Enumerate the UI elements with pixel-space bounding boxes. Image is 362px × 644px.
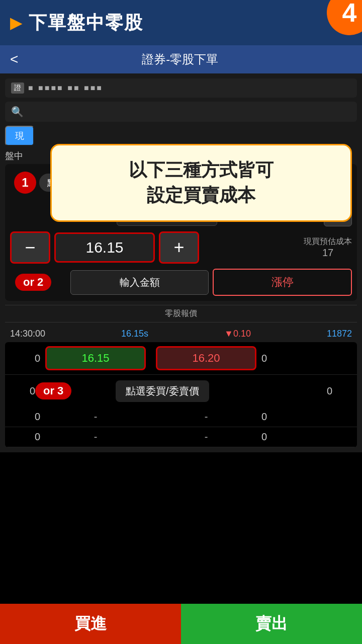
quote-table: 0 16.15 16.20 0 0 or 3 點選委買/委賣價 0 0 - - …	[5, 342, 357, 447]
quote-time: 14:30:00	[10, 329, 45, 339]
ask-dash-2: -	[156, 431, 256, 443]
price-plus-button[interactable]: +	[159, 231, 199, 264]
cert-row: 證 ■ ■■■■ ■■ ■■■	[5, 78, 357, 98]
back-button[interactable]: <	[10, 51, 18, 67]
step-1-badge: 1	[14, 172, 36, 194]
bottom-bar: 買進 賣出	[0, 604, 362, 644]
bid-qty-4: 0	[10, 431, 40, 443]
main-content: 證 ■ ■■■■ ■■ ■■■ 🔍 以下三種方式皆可設定買賣成本 現 盤中 1 …	[0, 73, 362, 452]
sub-header-title: 證券-零股下單	[28, 51, 332, 67]
bid-price-1[interactable]: 16.15	[45, 346, 146, 370]
cert-badge: 證	[11, 83, 24, 94]
cost-info: 現買預估成本 17	[304, 236, 352, 259]
or2-badge: or 2	[15, 274, 51, 291]
or3-description: 點選委買/委賣價	[116, 380, 209, 402]
cost-value: 17	[322, 247, 333, 259]
tab-row: 現	[5, 126, 357, 146]
quote-change: ▼0.10	[224, 329, 251, 339]
bid-qty-1: 0	[10, 353, 40, 364]
quote-row-3: 0 - - 0	[5, 407, 357, 427]
price-row: − + 現買預估成本 17	[10, 231, 352, 264]
tooltip-box: 以下三種方式皆可設定買賣成本	[50, 144, 352, 222]
or3-badge: or 3	[35, 382, 71, 399]
quote-price: 16.15s	[121, 329, 148, 339]
sub-header: < 證券-零股下單	[0, 45, 362, 73]
header-title: 下單盤中零股	[29, 11, 143, 35]
search-row[interactable]: 🔍	[5, 102, 357, 122]
input-amount-button[interactable]: 輸入金額	[70, 270, 209, 295]
bid-qty-3: 0	[10, 411, 40, 423]
quote-divider: 零股報價	[5, 305, 357, 323]
price-input[interactable]	[54, 232, 155, 263]
sell-button[interactable]: 賣出	[181, 604, 362, 644]
buy-button[interactable]: 買進	[0, 604, 181, 644]
tooltip-text: 以下三種方式皆可設定買賣成本	[66, 157, 336, 208]
ask-dash-1: -	[156, 411, 256, 423]
bid-qty-2: 0	[5, 385, 35, 397]
cert-dots: ■ ■■■■ ■■ ■■■	[28, 84, 103, 93]
quote-volume: 11872	[327, 329, 352, 339]
price-minus-button[interactable]: −	[10, 231, 50, 264]
ask-qty-2: 0	[327, 385, 357, 397]
cost-label: 現買預估成本	[304, 236, 352, 247]
ask-qty-3: 0	[261, 411, 292, 423]
quote-row-4: 0 - - 0	[5, 427, 357, 447]
step-badge-header: 4	[327, 0, 362, 35]
search-icon: 🔍	[11, 106, 24, 118]
bid-dash-1: -	[45, 411, 146, 423]
ask-qty-1: 0	[261, 353, 292, 364]
rise-stop-button[interactable]: 漲停	[213, 269, 352, 296]
header: ▶ 下單盤中零股 4	[0, 0, 362, 45]
play-icon: ▶	[10, 13, 23, 32]
bid-dash-2: -	[45, 431, 146, 443]
quote-header-row: 14:30:00 16.15s ▼0.10 11872	[5, 326, 357, 342]
ask-price-1[interactable]: 16.20	[156, 346, 256, 370]
or3-row: 0 or 3 點選委買/委賣價 0	[5, 375, 357, 407]
quote-row-1: 0 16.15 16.20 0	[5, 342, 357, 375]
type-label: 盤中	[5, 150, 23, 162]
tab-current[interactable]: 現	[5, 126, 34, 146]
ask-qty-4: 0	[261, 431, 292, 443]
